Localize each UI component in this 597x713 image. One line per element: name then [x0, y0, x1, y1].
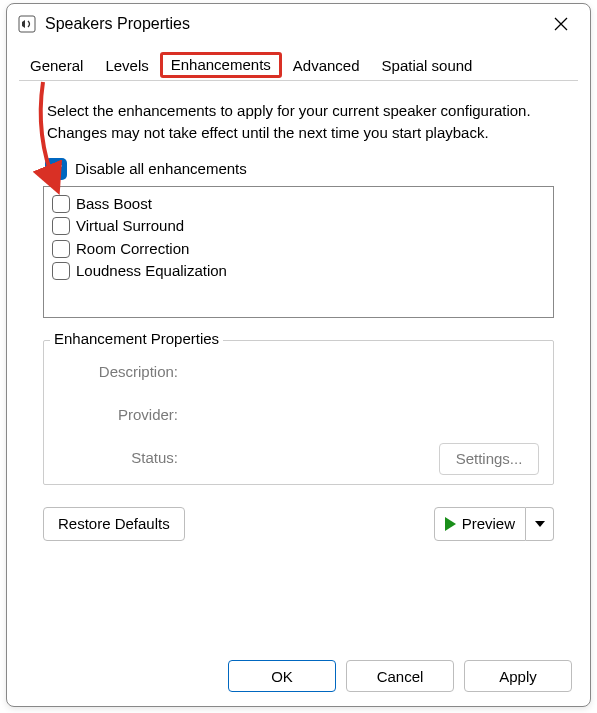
play-icon — [445, 517, 456, 531]
tab-advanced[interactable]: Advanced — [282, 53, 371, 78]
bass-boost-checkbox[interactable] — [52, 195, 70, 213]
list-item[interactable]: Loudness Equalization — [52, 260, 545, 283]
apply-button[interactable]: Apply — [464, 660, 572, 692]
tab-general[interactable]: General — [19, 53, 94, 78]
chevron-down-icon — [535, 521, 545, 527]
preview-dropdown-button[interactable] — [526, 507, 554, 541]
tab-enhancements[interactable]: Enhancements — [160, 52, 282, 78]
virtual-surround-checkbox[interactable] — [52, 217, 70, 235]
tab-levels[interactable]: Levels — [94, 53, 159, 78]
enhancements-list: Bass Boost Virtual Surround Room Correct… — [43, 186, 554, 318]
check-icon — [49, 162, 63, 176]
enhancement-label: Bass Boost — [76, 193, 152, 216]
pane-description: Select the enhancements to apply for you… — [47, 100, 550, 144]
svg-rect-0 — [19, 16, 35, 32]
window-title: Speakers Properties — [45, 15, 538, 33]
disable-all-label: Disable all enhancements — [75, 160, 247, 177]
tab-spatial[interactable]: Spatial sound — [371, 53, 484, 78]
enhancement-label: Virtual Surround — [76, 215, 184, 238]
properties-window: Speakers Properties General Levels Enhan… — [6, 3, 591, 707]
ok-button[interactable]: OK — [228, 660, 336, 692]
speaker-icon — [17, 14, 37, 34]
group-title: Enhancement Properties — [50, 330, 223, 347]
disable-all-row[interactable]: Disable all enhancements — [45, 158, 558, 180]
restore-defaults-button[interactable]: Restore Defaults — [43, 507, 185, 541]
disable-all-checkbox[interactable] — [45, 158, 67, 180]
enhancements-pane: Select the enhancements to apply for you… — [39, 92, 558, 632]
list-item[interactable]: Virtual Surround — [52, 215, 545, 238]
provider-label: Provider: — [58, 406, 178, 423]
close-icon — [554, 17, 568, 31]
status-label: Status: — [58, 449, 178, 466]
close-button[interactable] — [538, 7, 584, 41]
dialog-button-row: OK Cancel Apply — [7, 646, 590, 706]
enhancement-label: Room Correction — [76, 238, 189, 261]
room-correction-checkbox[interactable] — [52, 240, 70, 258]
loudness-eq-checkbox[interactable] — [52, 262, 70, 280]
description-label: Description: — [58, 363, 178, 380]
enhancement-properties-group: Enhancement Properties Description: Prov… — [43, 340, 554, 485]
preview-label: Preview — [462, 515, 515, 532]
enhancement-label: Loudness Equalization — [76, 260, 227, 283]
preview-split-button: Preview — [434, 507, 554, 541]
list-item[interactable]: Room Correction — [52, 238, 545, 261]
tab-separator — [19, 80, 578, 81]
cancel-button[interactable]: Cancel — [346, 660, 454, 692]
tab-strip: General Levels Enhancements Advanced Spa… — [19, 48, 578, 78]
settings-button[interactable]: Settings... — [439, 443, 539, 475]
list-item[interactable]: Bass Boost — [52, 193, 545, 216]
preview-button[interactable]: Preview — [434, 507, 526, 541]
titlebar: Speakers Properties — [7, 4, 590, 44]
pane-bottom-row: Restore Defaults Preview — [43, 507, 554, 541]
